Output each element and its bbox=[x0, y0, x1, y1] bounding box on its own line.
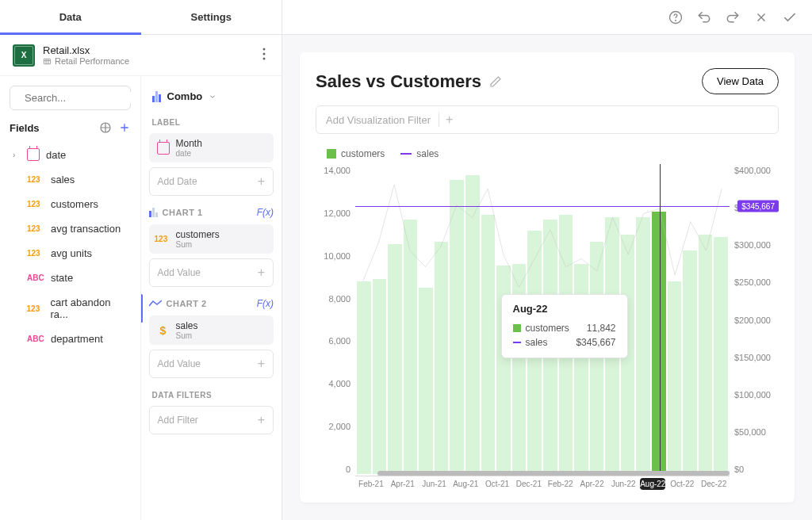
calendar-icon bbox=[27, 148, 40, 161]
tab-data[interactable]: Data bbox=[0, 0, 141, 34]
redo-icon[interactable] bbox=[723, 8, 742, 27]
chart-title: Sales vs Customers bbox=[316, 71, 481, 92]
add-date-button[interactable]: Add Date+ bbox=[149, 167, 274, 196]
field-label: avg units bbox=[51, 247, 92, 259]
x-tick: Apr-22 bbox=[576, 476, 608, 493]
plus-icon: + bbox=[258, 357, 265, 371]
more-icon[interactable] bbox=[259, 44, 269, 67]
add-field-icon[interactable] bbox=[118, 121, 131, 134]
x-tick: Oct-21 bbox=[481, 476, 513, 493]
file-header: X Retail.xlsx Retail Performance bbox=[0, 35, 282, 76]
y-axis-left: 14,00012,00010,0008,0006,0004,0002,0000 bbox=[316, 164, 355, 493]
chart-type-selector[interactable]: Combo bbox=[149, 86, 274, 107]
y-tick: 10,000 bbox=[324, 251, 350, 261]
fields-column: Fields ›date123sales123customers123avg t… bbox=[0, 76, 141, 520]
content: X Retail.xlsx Retail Performance Fields bbox=[0, 35, 812, 520]
file-subtitle: Retail Performance bbox=[43, 56, 259, 66]
line-swatch-icon bbox=[513, 342, 521, 343]
top-bar: Data Settings bbox=[0, 0, 812, 35]
x-tick: Feb-21 bbox=[355, 476, 387, 493]
x-tick: Feb-22 bbox=[545, 476, 576, 493]
legend: customers sales bbox=[327, 148, 779, 159]
fx-chart1[interactable]: F(x) bbox=[257, 207, 274, 218]
add-filter-button[interactable]: Add Filter+ bbox=[149, 406, 274, 434]
fx-chart2[interactable]: F(x) bbox=[257, 298, 274, 309]
chart1-title: CHART 1 bbox=[163, 208, 203, 217]
x-tick: Oct-22 bbox=[666, 476, 698, 493]
confirm-icon[interactable] bbox=[780, 8, 799, 27]
number-type-icon: 123 bbox=[27, 249, 44, 258]
fields-header: Fields bbox=[10, 121, 131, 134]
pill-sub: date bbox=[176, 149, 202, 158]
text-type-icon: ABC bbox=[27, 335, 44, 343]
pencil-icon[interactable] bbox=[489, 75, 502, 88]
chart1-pill-customers[interactable]: 123 customers Sum bbox=[149, 224, 274, 254]
reference-value-badge: $345,667 bbox=[737, 201, 779, 212]
y-tick: 4,000 bbox=[328, 379, 350, 388]
legend-customers[interactable]: customers bbox=[327, 148, 385, 159]
y-tick: $400,000 bbox=[734, 166, 771, 175]
field-cart-abandon-ra-[interactable]: 123cart abandon ra... bbox=[10, 290, 131, 327]
close-icon[interactable] bbox=[752, 8, 771, 27]
help-icon[interactable] bbox=[666, 8, 685, 27]
plus-icon: + bbox=[258, 266, 265, 280]
search-input[interactable] bbox=[25, 92, 141, 104]
plot-area[interactable]: 14,00012,00010,0008,0006,0004,0002,0000 … bbox=[316, 164, 779, 493]
field-label: state bbox=[51, 272, 73, 284]
plus-icon: + bbox=[258, 174, 265, 189]
number-type-icon: 123 bbox=[27, 200, 44, 208]
text-type-icon: ABC bbox=[27, 273, 44, 282]
svg-point-1 bbox=[676, 20, 676, 21]
field-sales[interactable]: 123sales bbox=[10, 167, 131, 192]
svg-point-4 bbox=[263, 52, 266, 55]
number-type-icon: 123 bbox=[27, 175, 44, 184]
field-avg-transaction[interactable]: 123avg transaction bbox=[10, 216, 131, 241]
y-tick: 8,000 bbox=[328, 294, 350, 304]
plus-icon: + bbox=[258, 413, 265, 427]
x-tick: Dec-21 bbox=[513, 476, 545, 493]
globe-icon[interactable] bbox=[99, 121, 112, 134]
svg-rect-2 bbox=[44, 59, 50, 63]
x-tick: Jun-22 bbox=[607, 476, 639, 493]
field-label: customers bbox=[51, 198, 98, 210]
field-avg-units[interactable]: 123avg units bbox=[10, 241, 131, 266]
pill-title: Month bbox=[176, 138, 202, 149]
chart-card: Sales vs Customers View Data Add Visuali… bbox=[300, 52, 795, 503]
y-tick: 0 bbox=[346, 465, 350, 474]
swatch-icon bbox=[513, 324, 521, 332]
y-tick: 12,000 bbox=[324, 208, 350, 218]
chevron-down-icon bbox=[209, 93, 216, 101]
label-pill-month[interactable]: Month date bbox=[149, 133, 274, 162]
add-value-chart1[interactable]: Add Value+ bbox=[149, 258, 274, 287]
y-tick: $300,000 bbox=[734, 240, 771, 250]
plot[interactable]: $345,667 Aug-22 customers 11,842 sales $… bbox=[355, 164, 730, 493]
field-department[interactable]: ABCdepartment bbox=[10, 327, 131, 351]
file-name: Retail.xlsx bbox=[43, 44, 259, 56]
search-box[interactable] bbox=[10, 86, 131, 110]
crosshair bbox=[660, 164, 661, 474]
left-tabs: Data Settings bbox=[0, 0, 282, 34]
y-tick: $0 bbox=[734, 465, 744, 474]
field-label: cart abandon ra... bbox=[51, 296, 128, 320]
tab-settings[interactable]: Settings bbox=[141, 0, 282, 34]
line-chart-icon bbox=[149, 300, 162, 308]
undo-icon[interactable] bbox=[695, 8, 714, 27]
view-data-button[interactable]: View Data bbox=[702, 68, 779, 94]
x-tick: Aug-22 bbox=[640, 478, 665, 490]
label-section: LABEL bbox=[152, 118, 274, 127]
y-tick: $150,000 bbox=[734, 353, 771, 362]
bar-chart-icon bbox=[149, 208, 158, 217]
add-viz-filter[interactable]: Add Visualization Filter + bbox=[316, 105, 779, 134]
legend-sales[interactable]: sales bbox=[400, 148, 439, 159]
field-label: sales bbox=[51, 174, 75, 185]
number-type-icon: 123 bbox=[27, 224, 44, 233]
field-customers[interactable]: 123customers bbox=[10, 192, 131, 216]
field-state[interactable]: ABCstate bbox=[10, 266, 131, 290]
y-tick: 6,000 bbox=[328, 336, 350, 346]
chart2-pill-sales[interactable]: $ sales Sum bbox=[149, 315, 274, 345]
top-actions bbox=[282, 0, 812, 34]
add-value-chart2[interactable]: Add Value+ bbox=[149, 350, 274, 378]
reference-line: $345,667 bbox=[355, 206, 730, 207]
scroll-indicator bbox=[141, 294, 143, 323]
field-date[interactable]: ›date bbox=[10, 142, 131, 167]
